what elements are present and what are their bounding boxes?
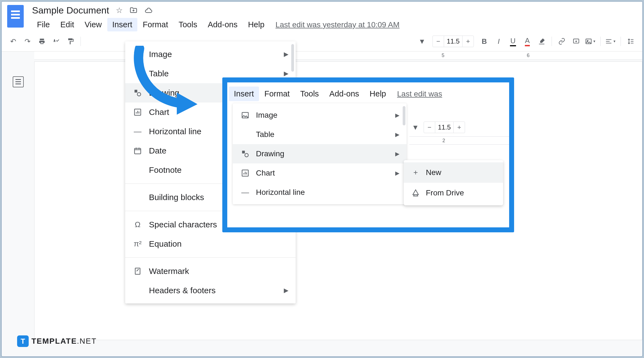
menu-bar: File Edit View Insert Format Tools Add-o…	[32, 18, 637, 31]
overlay-ruler[interactable]: 2	[409, 136, 509, 145]
dropdown-caret-icon[interactable]: ▼	[416, 35, 428, 47]
toolbar-separator	[621, 37, 621, 46]
menu-help[interactable]: Help	[365, 87, 391, 101]
menu-view[interactable]: View	[80, 18, 107, 31]
template-logo-icon: T	[17, 335, 29, 347]
drive-icon	[411, 188, 420, 198]
chart-icon	[241, 168, 250, 178]
print-button[interactable]	[36, 35, 48, 47]
last-edit-link[interactable]: Last edit was	[397, 90, 442, 98]
drawing-icon	[133, 88, 142, 98]
title-fragment: ument	[222, 77, 246, 78]
blank-icon	[133, 165, 142, 175]
menu-insert[interactable]: Insert	[107, 18, 137, 31]
insert-chart[interactable]: Chart ▶	[233, 163, 407, 183]
insert-image-button[interactable]: ▼	[584, 35, 597, 47]
blank-icon	[133, 69, 142, 78]
insert-image[interactable]: Image ▶	[125, 45, 296, 64]
drawing-icon	[241, 149, 250, 158]
menu-tools[interactable]: Tools	[173, 18, 202, 31]
star-icon[interactable]: ☆	[116, 6, 123, 15]
font-size-plus[interactable]: +	[463, 36, 474, 47]
omega-icon: Ω	[133, 220, 142, 229]
outline-panel	[2, 52, 34, 340]
insert-drawing-label: Drawing	[149, 88, 179, 98]
insert-table-label: Table	[256, 130, 274, 139]
docs-logo-icon[interactable]	[7, 5, 24, 28]
submenu-arrow-icon: ▶	[284, 51, 288, 58]
font-size-value[interactable]: 11.5	[435, 122, 454, 133]
insert-image-label: Image	[256, 111, 277, 120]
insert-drawing[interactable]: Drawing ▶	[233, 144, 407, 163]
ruler-tick: 5	[442, 53, 444, 58]
insert-comment-button[interactable]	[570, 35, 582, 47]
drawing-new[interactable]: + New	[404, 162, 503, 183]
menu-file[interactable]: File	[32, 18, 55, 31]
insert-hline-label: Horizontal line	[149, 127, 201, 136]
last-edit-link[interactable]: Last edit was yesterday at 10:09 AM	[276, 20, 400, 29]
move-folder-icon[interactable]	[129, 6, 138, 15]
hline-icon: —	[133, 127, 142, 136]
insert-table[interactable]: Table ▶	[233, 125, 407, 144]
blank-icon	[241, 130, 250, 139]
redo-button[interactable]: ↷	[22, 35, 34, 47]
submenu-arrow-icon: ▶	[284, 287, 288, 294]
drawing-from-drive[interactable]: From Drive	[404, 183, 503, 203]
menu-edit[interactable]: Edit	[55, 18, 79, 31]
insert-chart-label: Chart	[149, 107, 169, 117]
overlay-insert-menu: Image ▶ Table ▶ Drawing ▶ Chart ▶	[233, 103, 407, 204]
outline-toggle-icon[interactable]	[13, 76, 24, 87]
font-size-plus[interactable]: +	[454, 122, 465, 133]
insert-hline-label: Horizontal line	[256, 188, 305, 197]
menu-divider	[125, 257, 296, 258]
undo-button[interactable]: ↶	[7, 35, 19, 47]
insert-equation-label: Equation	[149, 239, 181, 249]
menu-tools[interactable]: Tools	[295, 87, 324, 101]
submenu-arrow-icon: ▶	[395, 131, 399, 138]
submenu-arrow-icon: ▶	[395, 170, 399, 176]
highlight-button[interactable]	[536, 35, 548, 47]
dropdown-caret-icon[interactable]: ▼	[409, 121, 421, 133]
font-size-value[interactable]: 11.5	[444, 36, 463, 47]
align-button[interactable]: ▼	[605, 35, 617, 47]
text-color-button[interactable]: A	[521, 35, 533, 47]
menu-insert[interactable]: Insert	[229, 87, 259, 101]
title-row: Sample Document ☆	[32, 5, 637, 16]
font-size-minus[interactable]: −	[433, 36, 444, 47]
menu-addons[interactable]: Add-ons	[203, 18, 242, 31]
overlay-body: ▼ − 11.5 + 2 Image ▶ Table	[227, 101, 509, 232]
insert-watermark[interactable]: Watermark	[125, 262, 296, 281]
menu-help[interactable]: Help	[243, 18, 269, 31]
italic-button[interactable]: I	[493, 35, 505, 47]
blank-icon	[133, 193, 142, 202]
insert-image[interactable]: Image ▶	[233, 106, 407, 125]
submenu-arrow-icon: ▶	[395, 112, 399, 119]
toolbar-separator	[552, 37, 552, 46]
underline-button[interactable]: U	[507, 35, 519, 47]
drawing-submenu: + New From Drive	[404, 160, 503, 205]
template-net-badge: T TEMPLATE.NET	[17, 335, 97, 347]
line-spacing-button[interactable]	[625, 35, 637, 47]
insert-equation[interactable]: π² Equation	[125, 234, 296, 254]
menu-format[interactable]: Format	[138, 18, 173, 31]
cloud-status-icon[interactable]	[144, 6, 153, 15]
document-title[interactable]: Sample Document	[32, 5, 109, 16]
svg-point-5	[137, 93, 141, 96]
insert-headers-footers[interactable]: Headers & footers ▶	[125, 281, 296, 300]
bold-button[interactable]: B	[478, 35, 490, 47]
insert-link-button[interactable]	[556, 35, 568, 47]
svg-point-2	[587, 40, 588, 41]
drawing-from-drive-label: From Drive	[426, 189, 464, 197]
submenu-arrow-icon: ▶	[284, 70, 288, 77]
font-size-minus[interactable]: −	[424, 122, 435, 133]
toolbar: ↶ ↷ ▼ − 11.5 + B I U A	[2, 31, 642, 52]
toolbar-separator	[81, 37, 81, 46]
menu-addons[interactable]: Add-ons	[324, 87, 364, 101]
svg-rect-8	[135, 268, 140, 274]
paint-format-button[interactable]	[65, 35, 77, 47]
spellcheck-button[interactable]	[50, 35, 62, 47]
insert-horizontal-line[interactable]: — Horizontal line	[233, 183, 407, 202]
insert-building-blocks-label: Building blocks	[149, 193, 204, 202]
menu-format[interactable]: Format	[260, 87, 295, 101]
overlay-menubar: Insert Format Tools Add-ons Help Last ed…	[227, 87, 442, 101]
